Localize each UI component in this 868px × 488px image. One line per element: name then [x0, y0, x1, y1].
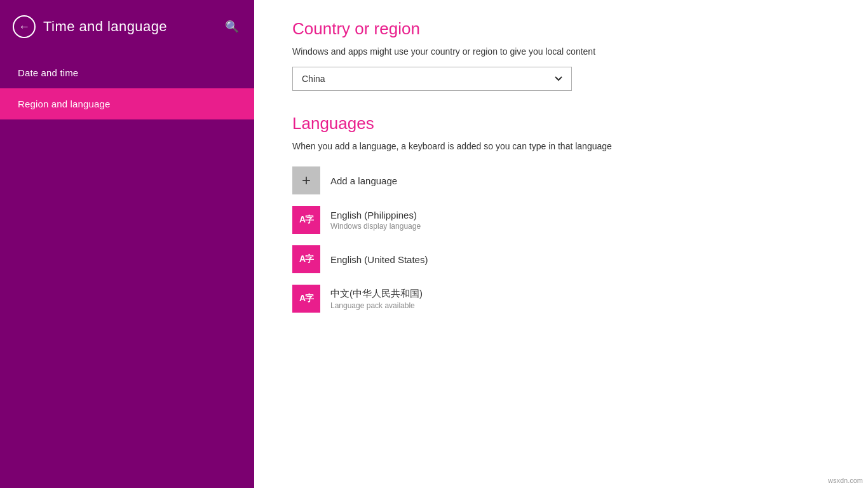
language-name-en-ph: English (Philippines)	[330, 210, 421, 220]
language-sub-en-ph: Windows display language	[330, 222, 421, 231]
sidebar-item-date-time[interactable]: Date and time	[0, 57, 254, 88]
sidebar-title: Time and language	[43, 18, 167, 35]
language-name-zh: 中文(中华人民共和国)	[330, 288, 423, 300]
language-text-zh: 中文(中华人民共和国) Language pack available	[330, 288, 423, 310]
language-list: + Add a language A字 English (Philippines…	[292, 164, 836, 315]
language-icon-en-ph: A字	[292, 206, 320, 234]
search-icon: 🔍	[225, 20, 239, 34]
country-section: Country or region Windows and apps might…	[292, 19, 836, 91]
add-language-item[interactable]: + Add a language	[292, 164, 836, 197]
language-item-en-us[interactable]: A字 English (United States)	[292, 243, 836, 276]
language-item-zh[interactable]: A字 中文(中华人民共和国) Language pack available	[292, 282, 836, 315]
language-symbol-en-ph: A字	[292, 206, 320, 234]
country-section-title: Country or region	[292, 19, 836, 39]
back-button[interactable]: ←	[13, 15, 36, 38]
plus-icon: +	[302, 172, 311, 189]
add-language-icon: +	[292, 166, 320, 194]
language-symbol-zh: A字	[299, 293, 313, 304]
main-content: Country or region Windows and apps might…	[254, 0, 868, 488]
languages-section: Languages When you add a language, a key…	[292, 114, 836, 315]
sidebar: ← Time and language 🔍 Date and time Regi…	[0, 0, 254, 488]
sidebar-item-region-language[interactable]: Region and language	[0, 88, 254, 119]
language-sub-zh: Language pack available	[330, 301, 423, 310]
country-section-desc: Windows and apps might use your country …	[292, 46, 836, 57]
language-symbol-en-us: A字	[299, 254, 313, 265]
add-language-text: Add a language	[330, 175, 397, 186]
language-text-en-ph: English (Philippines) Windows display la…	[330, 210, 421, 231]
language-item-en-ph[interactable]: A字 English (Philippines) Windows display…	[292, 203, 836, 236]
nav-items: Date and time Region and language	[0, 57, 254, 119]
language-icon-en-us: A字	[292, 245, 320, 273]
languages-section-title: Languages	[292, 114, 836, 133]
language-name-en-us: English (United States)	[330, 254, 428, 265]
sidebar-header: ← Time and language 🔍	[0, 0, 254, 51]
watermark: wsxdn.com	[828, 477, 863, 484]
languages-section-desc: When you add a language, a keyboard is a…	[292, 141, 836, 151]
search-button[interactable]: 🔍	[222, 17, 241, 36]
language-text-en-us: English (United States)	[330, 254, 428, 265]
language-icon-zh: A字	[292, 285, 320, 313]
country-select[interactable]: China United States Philippines United K…	[292, 67, 572, 91]
add-language-label: Add a language	[330, 175, 397, 186]
